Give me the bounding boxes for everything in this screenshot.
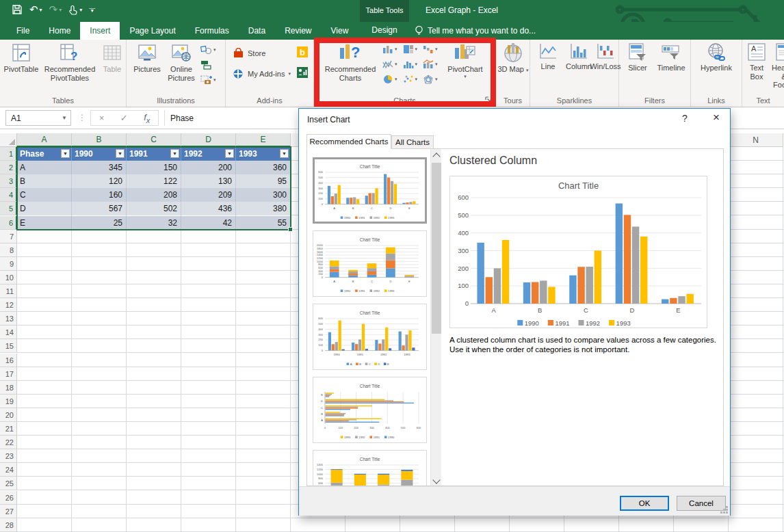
dialog-help-icon[interactable]: ? <box>677 113 693 124</box>
row-header-4[interactable]: 4 <box>0 188 17 202</box>
row-header-21[interactable]: 21 <box>0 422 17 436</box>
dialog-tab-all-charts[interactable]: All Charts <box>391 135 434 149</box>
row-header-2[interactable]: 2 <box>0 161 17 174</box>
table-button[interactable]: Table <box>99 42 126 74</box>
row-header-8[interactable]: 8 <box>0 243 17 257</box>
chart-thumbnail-5[interactable]: Chart Title02004006008001000120014001990… <box>313 450 427 486</box>
cancel-entry-icon[interactable]: × <box>99 113 105 123</box>
sparkline-winloss-button[interactable]: Win/Loss <box>594 42 617 71</box>
scroll-up-button[interactable] <box>431 149 442 161</box>
text-box-button[interactable]: A Text Box <box>744 42 770 81</box>
row-header-22[interactable]: 22 <box>0 436 17 449</box>
store-button[interactable]: Store <box>233 48 265 59</box>
column-header-C[interactable]: C <box>127 133 181 147</box>
pivottable-button[interactable]: PivotTable <box>1 42 41 74</box>
filter-dropdown-icon[interactable]: ▼ <box>61 149 70 158</box>
undo-button[interactable]: ↶▾ <box>27 3 44 16</box>
bing-maps-icon[interactable]: b <box>297 46 308 57</box>
row-header-28[interactable]: 28 <box>0 518 17 532</box>
filter-dropdown-icon[interactable]: ▼ <box>280 149 289 158</box>
3d-map-button[interactable]: 3D Map ▾ <box>497 42 529 74</box>
cancel-button[interactable]: Cancel <box>677 496 726 511</box>
tab-home[interactable]: Home <box>39 22 80 40</box>
table-cell[interactable]: B <box>17 174 72 188</box>
scroll-down-button[interactable] <box>431 475 442 486</box>
customize-quick-access-button[interactable]: —▾ <box>87 7 97 12</box>
table-cell[interactable]: D <box>17 202 72 215</box>
chart-thumbnail-2[interactable]: Chart Title02004006008001000120014001600… <box>313 230 427 297</box>
chart-thumbnail-1[interactable]: Chart Title0100200300400500600ABCDE19901… <box>313 157 427 224</box>
table-cell[interactable]: 160 <box>72 188 127 202</box>
table-cell[interactable]: A <box>17 161 72 174</box>
recommended-pivottables-button[interactable]: ? Recommended PivotTables <box>42 42 97 82</box>
table-header-cell[interactable]: Phase▼ <box>17 147 72 161</box>
table-cell[interactable]: 209 <box>181 188 236 202</box>
header-footer-button[interactable]: Header & Footer <box>771 42 784 90</box>
name-box-caret-icon[interactable]: ▼ <box>62 115 67 121</box>
table-cell[interactable]: 502 <box>127 202 181 215</box>
table-header-cell[interactable]: 1992▼ <box>181 147 236 161</box>
table-cell[interactable]: 95 <box>236 174 291 188</box>
dialog-tab-recommended-charts[interactable]: Recommended Charts <box>306 134 391 149</box>
table-cell[interactable]: 567 <box>72 202 127 215</box>
name-box[interactable]: A1▼ <box>5 110 71 126</box>
table-cell[interactable]: 300 <box>236 188 291 202</box>
tab-data[interactable]: Data <box>239 22 275 40</box>
table-cell[interactable]: E <box>17 216 72 230</box>
filter-dropdown-icon[interactable]: ▼ <box>225 149 234 158</box>
save-button[interactable] <box>10 4 25 15</box>
row-header-6[interactable]: 6 <box>0 216 17 230</box>
dialog-close-icon[interactable]: × <box>707 111 726 124</box>
redo-caret-icon[interactable]: ▾ <box>59 7 62 13</box>
table-cell[interactable]: 122 <box>127 174 181 188</box>
table-cell[interactable]: C <box>17 188 72 202</box>
shapes-button[interactable]: ▾ <box>200 44 216 55</box>
filter-dropdown-icon[interactable]: ▼ <box>170 149 179 158</box>
row-header-27[interactable]: 27 <box>0 505 17 518</box>
table-cell[interactable]: 360 <box>236 161 291 174</box>
row-header-11[interactable]: 11 <box>0 284 17 298</box>
row-header-16[interactable]: 16 <box>0 354 17 367</box>
column-header-B[interactable]: B <box>72 133 127 147</box>
thumbnail-scrollbar[interactable] <box>430 149 441 486</box>
table-cell[interactable]: 42 <box>181 216 236 230</box>
row-header-19[interactable]: 19 <box>0 395 17 408</box>
scrollbar-thumb[interactable] <box>432 163 441 334</box>
smartart-button[interactable] <box>200 59 216 70</box>
tab-formulas[interactable]: Formulas <box>185 22 239 40</box>
row-header-12[interactable]: 12 <box>0 298 17 312</box>
pictures-button[interactable]: Pictures <box>131 42 164 74</box>
row-header-5[interactable]: 5 <box>0 202 17 215</box>
table-cell[interactable]: 120 <box>72 174 127 188</box>
row-header-10[interactable]: 10 <box>0 271 17 284</box>
column-header-N[interactable]: N <box>729 133 783 147</box>
column-header-A[interactable]: A <box>17 133 72 147</box>
table-cell[interactable]: 55 <box>236 216 291 230</box>
timeline-button[interactable]: Timeline <box>653 42 689 72</box>
select-all-corner[interactable] <box>0 133 17 147</box>
row-header-25[interactable]: 25 <box>0 477 17 490</box>
row-header-3[interactable]: 3 <box>0 174 17 188</box>
table-cell[interactable]: 150 <box>127 161 181 174</box>
my-addins-button[interactable]: My Add-ins ▾ <box>233 68 291 79</box>
row-header-26[interactable]: 26 <box>0 491 17 505</box>
undo-caret-icon[interactable]: ▾ <box>40 7 42 13</box>
tab-insert[interactable]: Insert <box>80 22 120 40</box>
table-cell[interactable]: 25 <box>72 216 127 230</box>
row-header-13[interactable]: 13 <box>0 312 17 325</box>
confirm-entry-icon[interactable]: ✓ <box>120 113 128 123</box>
tab-file[interactable]: File <box>7 22 39 40</box>
table-cell[interactable]: 32 <box>127 216 181 230</box>
redo-button[interactable]: ↷▾ <box>47 3 64 16</box>
row-header-7[interactable]: 7 <box>0 230 17 243</box>
people-graph-icon[interactable] <box>297 67 308 78</box>
table-header-cell[interactable]: 1990▼ <box>72 147 127 161</box>
slicer-button[interactable]: Slicer <box>623 42 652 72</box>
tab-design[interactable]: Design <box>360 25 409 35</box>
online-pictures-button[interactable]: Online Pictures <box>164 42 199 82</box>
ok-button[interactable]: OK <box>620 496 669 511</box>
column-header-E[interactable]: E <box>236 133 291 147</box>
touch-mode-caret-icon[interactable]: ▾ <box>79 7 82 13</box>
row-header-1[interactable]: 1 <box>0 147 17 161</box>
row-header-24[interactable]: 24 <box>0 463 17 477</box>
